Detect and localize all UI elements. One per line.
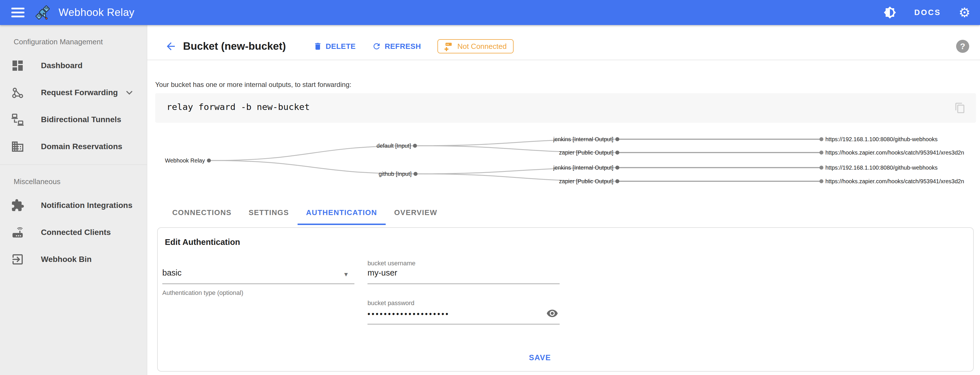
auth-type-helper: Authentication type (optional): [162, 289, 243, 297]
domain-icon: [11, 140, 24, 153]
svg-text:zapier [Public Output]: zapier [Public Output]: [559, 149, 613, 156]
sidebar-item-label: Connected Clients: [41, 228, 111, 237]
sidebar-item-notification-integrations[interactable]: Notification Integrations: [0, 192, 147, 219]
help-icon[interactable]: ?: [956, 40, 969, 53]
intro-text: Your bucket has one or more internal out…: [155, 81, 351, 89]
cli-command-block: relay forward -b new-bucket: [155, 93, 976, 123]
sidebar-section-misc: Miscellaneous: [14, 177, 147, 186]
tab-settings[interactable]: SETTINGS: [240, 202, 298, 225]
app-root: Webhook Relay DOCS ⚙ Configuration Manag…: [0, 0, 980, 375]
dropdown-arrow-icon[interactable]: ▼: [343, 271, 349, 278]
sidebar-item-label: Domain Reservations: [41, 142, 122, 151]
svg-text:https://hooks.zapier.com/hooks: https://hooks.zapier.com/hooks/catch/953…: [826, 178, 964, 184]
sidebar-item-domain-reservations[interactable]: Domain Reservations: [0, 133, 147, 160]
refresh-button-label: REFRESH: [385, 42, 421, 51]
svg-text:https://192.168.1.100:8080/git: https://192.168.1.100:8080/github-webhoo…: [826, 136, 938, 142]
sidebar-item-request-forwarding[interactable]: Request Forwarding: [0, 79, 147, 106]
tab-overview[interactable]: OVERVIEW: [386, 202, 446, 225]
tab-connections[interactable]: CONNECTIONS: [164, 202, 240, 225]
forwarding-hub-icon: [11, 86, 24, 99]
sidebar: Configuration Management Dashboard Reque…: [0, 25, 147, 375]
delete-button-label: DELETE: [326, 42, 356, 51]
username-field[interactable]: my-user: [368, 268, 397, 278]
sidebar-item-label: Webhook Bin: [41, 255, 92, 264]
password-field[interactable]: ••••••••••••••••••••: [368, 310, 450, 318]
save-button[interactable]: SAVE: [525, 351, 555, 364]
docs-link[interactable]: DOCS: [914, 8, 941, 17]
password-underline: [368, 324, 560, 324]
bucket-toolbar: Bucket (new-bucket) DELETE REFRESH Not C…: [165, 37, 514, 56]
refresh-icon: [372, 42, 381, 51]
main-content: Bucket (new-bucket) DELETE REFRESH Not C…: [147, 25, 980, 375]
status-badge-label: Not Connected: [457, 42, 506, 51]
sidebar-item-bidirectional-tunnels[interactable]: Bidirectional Tunnels: [0, 106, 147, 133]
sidebar-item-label: Request Forwarding: [41, 88, 118, 97]
tunnels-devices-icon: [11, 113, 24, 126]
app-title: Webhook Relay: [59, 6, 134, 19]
dashboard-icon: [11, 59, 24, 72]
page-title: Bucket (new-bucket): [183, 40, 286, 52]
chevron-down-icon[interactable]: [123, 86, 135, 99]
exit-to-app-icon: [11, 253, 24, 266]
svg-text:https://192.168.1.100:8080/git: https://192.168.1.100:8080/github-webhoo…: [826, 164, 938, 171]
back-arrow-icon[interactable]: [165, 40, 177, 52]
puzzle-icon: [11, 199, 24, 212]
sidebar-item-label: Notification Integrations: [41, 201, 132, 210]
copy-icon[interactable]: [955, 102, 966, 114]
svg-text:default [Input]: default [Input]: [377, 143, 411, 149]
svg-text:jenkins [Internal Output]: jenkins [Internal Output]: [553, 136, 613, 142]
menu-icon[interactable]: [11, 8, 24, 17]
trash-icon: [313, 42, 322, 51]
connection-status-badge[interactable]: Not Connected: [438, 39, 513, 53]
bucket-topology-graph: jenkins [Internal Output]https://192.168…: [147, 125, 980, 197]
settings-gear-icon[interactable]: ⚙: [959, 6, 970, 19]
svg-text:Webhook Relay: Webhook Relay: [165, 157, 205, 164]
edit-authentication-card: Edit Authentication basic ▼ Authenticati…: [157, 227, 974, 372]
svg-text:zapier [Public Output]: zapier [Public Output]: [559, 178, 613, 184]
auth-type-select[interactable]: basic: [162, 268, 181, 278]
show-password-eye-icon[interactable]: [546, 307, 558, 319]
tab-authentication[interactable]: AUTHENTICATION: [298, 202, 386, 225]
card-title: Edit Authentication: [165, 237, 240, 247]
sidebar-divider: [0, 164, 147, 165]
webhook-relay-logo-icon: [34, 4, 51, 21]
svg-text:jenkins [Internal Output]: jenkins [Internal Output]: [553, 164, 613, 171]
password-label: bucket password: [368, 299, 414, 307]
app-bar: Webhook Relay DOCS ⚙: [0, 0, 980, 25]
sidebar-item-label: Bidirectional Tunnels: [41, 115, 121, 124]
router-icon: [11, 226, 24, 239]
device-add-icon: [442, 41, 453, 52]
username-label: bucket username: [368, 260, 415, 267]
refresh-button[interactable]: REFRESH: [372, 42, 421, 51]
username-underline: [368, 283, 560, 284]
svg-text:https://hooks.zapier.com/hooks: https://hooks.zapier.com/hooks/catch/953…: [826, 149, 964, 156]
sidebar-item-connected-clients[interactable]: Connected Clients: [0, 219, 147, 246]
sidebar-item-label: Dashboard: [41, 61, 83, 70]
svg-text:github [Input]: github [Input]: [379, 171, 412, 177]
sidebar-section-config: Configuration Management: [14, 38, 147, 46]
cli-command: relay forward -b new-bucket: [167, 102, 310, 112]
theme-toggle-icon[interactable]: [883, 6, 897, 19]
app-bar-actions: DOCS ⚙: [883, 6, 970, 19]
sidebar-item-webhook-bin[interactable]: Webhook Bin: [0, 246, 147, 273]
sidebar-item-dashboard[interactable]: Dashboard: [0, 52, 147, 79]
bucket-tabs: CONNECTIONS SETTINGS AUTHENTICATION OVER…: [164, 202, 445, 225]
toolbar-divider: [147, 60, 980, 60]
auth-type-underline: [162, 283, 355, 284]
delete-button[interactable]: DELETE: [313, 42, 356, 51]
